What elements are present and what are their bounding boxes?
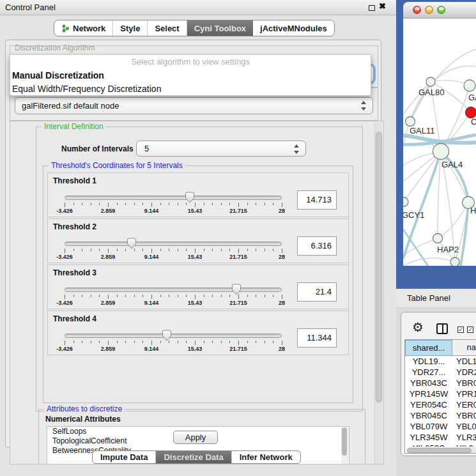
node-top-right[interactable] xyxy=(464,80,475,91)
slider-tick-labels: -3.426 2.859 9.144 15.43 21.715 28 xyxy=(65,346,282,352)
table-horizontal-scrollbar[interactable] xyxy=(406,447,476,454)
threshold-slider[interactable] xyxy=(65,192,282,203)
number-of-intervals-combobox[interactable]: 5 xyxy=(136,141,306,157)
cell[interactable]: YPR1 xyxy=(452,388,476,399)
checkbox-icon[interactable]: ✓ xyxy=(457,326,464,333)
tick-mark xyxy=(256,203,256,205)
table-row[interactable]: YPR145WYPR1 xyxy=(405,388,476,399)
tab-jactivemnodules[interactable]: jActiveMNodules xyxy=(253,20,334,36)
slider-track[interactable] xyxy=(65,334,282,338)
tick-mark xyxy=(178,203,178,205)
table-row[interactable]: YDL19...YDL1 xyxy=(405,356,476,367)
node-gal4[interactable] xyxy=(433,144,449,160)
tick-mark xyxy=(169,341,169,343)
threshold-value-field[interactable]: 6.316 xyxy=(297,236,337,256)
table-row[interactable]: YDR27...YDR2 xyxy=(405,367,476,378)
apply-button[interactable]: Apply xyxy=(173,431,218,444)
split-columns-icon[interactable] xyxy=(436,323,448,334)
cell[interactable]: YBR045C xyxy=(405,410,452,421)
tab-network[interactable]: Network xyxy=(54,20,113,36)
cell[interactable]: YPR145W xyxy=(405,388,452,399)
threshold-slider[interactable] xyxy=(65,238,282,249)
threshold-slider[interactable] xyxy=(65,284,282,295)
network-window-titlebar[interactable] xyxy=(403,2,476,19)
tick-mark xyxy=(169,295,169,297)
cell[interactable]: YLR345W xyxy=(405,432,452,443)
cell[interactable]: YBR0 xyxy=(452,410,476,421)
cell[interactable]: YDR2 xyxy=(452,367,476,378)
cell[interactable]: YER0 xyxy=(452,399,476,410)
tick-mark xyxy=(282,249,282,253)
cell[interactable]: YDR27... xyxy=(405,367,452,378)
table-row[interactable]: YBR043CYBR0 xyxy=(405,378,476,388)
cell[interactable]: YBR0 xyxy=(452,378,476,388)
slider-thumb[interactable] xyxy=(231,284,242,295)
cell[interactable]: YIL0 xyxy=(452,443,476,447)
cell[interactable]: YLR3 xyxy=(452,432,476,443)
table-row[interactable]: YIL052CYIL0 xyxy=(405,443,476,447)
tab-discretize-data[interactable]: Discretize Data xyxy=(156,451,231,463)
slider-thumb[interactable] xyxy=(162,330,172,341)
table-row[interactable]: YBR045CYBR0 xyxy=(405,410,476,421)
tick-label: -3.426 xyxy=(56,208,73,214)
cell[interactable]: YIL052C xyxy=(405,443,452,447)
threshold-value-field[interactable]: 21.4 xyxy=(297,282,337,302)
slider-track[interactable] xyxy=(65,242,282,246)
cell[interactable]: YBL079W xyxy=(405,421,452,432)
settings-vertical-scrollbar[interactable] xyxy=(374,123,383,464)
table-data-combobox[interactable]: galFiltered.sif default node xyxy=(15,97,373,114)
tick-mark xyxy=(134,341,135,343)
table-row[interactable]: YER054CYER0 xyxy=(405,399,476,410)
minimize-traffic-light-icon[interactable] xyxy=(425,6,433,14)
tick-mark xyxy=(65,341,65,345)
tab-label: Discretize Data xyxy=(164,452,223,462)
tick-mark xyxy=(273,295,273,297)
dropdown-item-equal-width[interactable]: Equal Width/Frequency Discretization xyxy=(10,82,371,96)
tick-mark xyxy=(247,295,248,297)
list-scrollbar[interactable] xyxy=(341,427,348,464)
tab-infer-network[interactable]: Infer Network xyxy=(232,451,300,463)
close-traffic-light-icon[interactable] xyxy=(413,6,421,14)
tick-mark xyxy=(229,341,230,343)
tab-cyni-toolbox[interactable]: Cyni Toolbox xyxy=(187,20,253,36)
network-view-canvas[interactable]: GAL80 GA C GAL11 GAL4 GCY1 H HAP2 xyxy=(403,19,476,266)
tab-select[interactable]: Select xyxy=(148,20,187,36)
node-gcy1[interactable] xyxy=(403,197,408,206)
cell[interactable]: YBR043C xyxy=(405,378,452,388)
threshold-value-field[interactable]: 11.344 xyxy=(297,328,337,348)
node-gal80[interactable] xyxy=(426,77,435,86)
tick-mark xyxy=(99,249,100,251)
combo-stepper-icon xyxy=(360,101,367,111)
cell[interactable]: YER054C xyxy=(405,399,452,410)
table-row[interactable]: YLR345WYLR3 xyxy=(405,432,476,443)
tab-style[interactable]: Style xyxy=(113,20,148,36)
close-icon[interactable]: ✖ xyxy=(379,1,386,11)
cell[interactable]: YDL19... xyxy=(405,356,452,367)
node-red-selected[interactable] xyxy=(466,107,476,118)
control-panel: Control Panel ✖ Network Style Select Cyn… xyxy=(0,0,396,476)
threshold-value-field[interactable]: 14.713 xyxy=(297,190,337,210)
dropdown-item-manual-discretization[interactable]: Manual Discretization xyxy=(10,69,371,82)
slider-track[interactable] xyxy=(65,288,282,292)
tick-label: 15.43 xyxy=(188,300,203,306)
column-header-shared-name[interactable]: shared... xyxy=(405,340,452,356)
threshold-slider[interactable] xyxy=(65,330,282,341)
table-row[interactable]: YBL079WYBL0 xyxy=(405,421,476,432)
tab-impute-data[interactable]: Impute Data xyxy=(93,451,156,463)
node-gal11[interactable] xyxy=(406,117,415,127)
column-header-name[interactable]: na xyxy=(452,340,476,356)
slider-thumb[interactable] xyxy=(127,238,137,249)
slider-track[interactable] xyxy=(65,196,282,200)
float-window-icon[interactable] xyxy=(369,5,375,11)
cell[interactable]: YBL0 xyxy=(452,421,476,432)
checkbox-icon[interactable]: ✓ xyxy=(467,326,473,333)
gear-icon[interactable]: ⚙ xyxy=(412,321,424,334)
top-tabbar: Network Style Select Cyni Toolbox jActiv… xyxy=(54,20,335,36)
node-bottom[interactable] xyxy=(450,257,459,266)
node-hap2[interactable] xyxy=(433,234,443,243)
tick-mark xyxy=(73,295,74,297)
zoom-traffic-light-icon[interactable] xyxy=(437,6,445,14)
slider-thumb[interactable] xyxy=(185,192,195,203)
cell[interactable]: YDL1 xyxy=(452,356,476,367)
tick-label: 2.859 xyxy=(101,346,116,352)
